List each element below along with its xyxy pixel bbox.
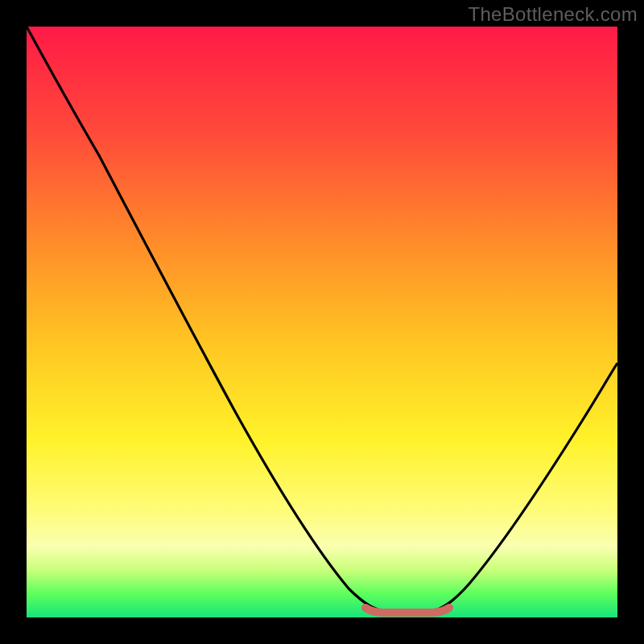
bottleneck-curve — [27, 27, 617, 617]
chart-frame: TheBottleneck.com — [0, 0, 644, 644]
plot-area — [27, 27, 617, 617]
optimal-flat-segment — [365, 608, 449, 613]
watermark-text: TheBottleneck.com — [468, 3, 638, 26]
curve-path — [27, 27, 617, 612]
